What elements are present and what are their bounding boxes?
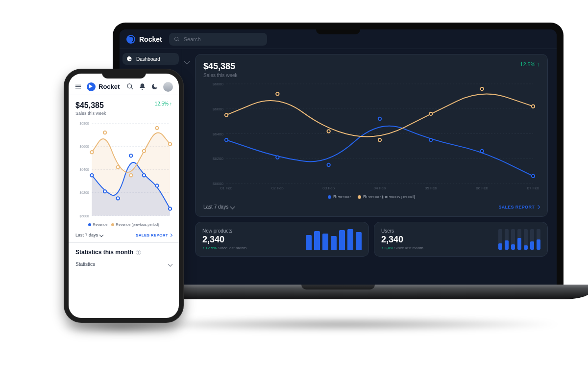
main-content: $45,385 Sales this week 12.5% ↑ $6000$62… — [191, 49, 557, 286]
legend-item-revenue: Revenue — [88, 222, 107, 227]
phone-frame: Rocket $45,385 Sales this week — [64, 69, 184, 323]
svg-text:07 Feb: 07 Feb — [527, 186, 539, 190]
chevron-right-icon — [536, 205, 540, 209]
svg-text:$6200: $6200 — [79, 191, 89, 194]
legend-item-revenue: Revenue — [328, 194, 351, 199]
sales-delta: 12.5% ↑ — [520, 61, 539, 67]
svg-text:04 Feb: 04 Feb — [374, 186, 386, 190]
statistics-dropdown[interactable]: Statistics — [75, 260, 172, 269]
svg-point-50 — [117, 166, 120, 169]
stat-value: 2,340 — [202, 235, 246, 245]
svg-point-12 — [327, 163, 330, 166]
svg-text:01 Feb: 01 Feb — [220, 186, 233, 190]
svg-point-45 — [143, 174, 146, 177]
svg-text:$6800: $6800 — [79, 122, 89, 125]
svg-text:$6600: $6600 — [79, 145, 89, 148]
arrow-up-icon: ↑ — [170, 101, 172, 106]
search-input[interactable]: Search — [169, 33, 267, 46]
arrow-up-icon: ↑ — [537, 61, 540, 67]
svg-text:$6400: $6400 — [79, 168, 89, 171]
stat-card-products: New products 2,340 ↑ 12.5% Since last mo… — [195, 222, 369, 257]
menu-icon[interactable] — [74, 83, 82, 90]
stat-title: Users — [381, 228, 423, 234]
legend-item-revenue-prev: Revenue (previous period) — [111, 222, 159, 227]
svg-text:$6000: $6000 — [79, 214, 89, 218]
svg-point-49 — [103, 131, 106, 134]
stats-row: New products 2,340 ↑ 12.5% Since last mo… — [195, 222, 548, 257]
bell-icon[interactable] — [139, 83, 146, 90]
svg-point-46 — [155, 184, 158, 187]
chevron-down-icon — [184, 58, 190, 64]
stat-title: New products — [202, 228, 246, 234]
dark-dashboard-app: Rocket Search Dashboard Starter Page — [120, 29, 557, 286]
svg-text:$6400: $6400 — [213, 132, 224, 136]
mobile-body: $45,385 Sales this week 12.5%↑ $6000$620… — [69, 95, 179, 269]
svg-point-54 — [169, 143, 172, 146]
svg-point-17 — [225, 113, 228, 116]
range-dropdown-mobile[interactable]: Last 7 days — [75, 233, 103, 237]
svg-point-16 — [532, 175, 535, 178]
svg-point-22 — [480, 87, 483, 90]
svg-point-19 — [327, 130, 330, 132]
app-name: Rocket — [98, 83, 120, 90]
app-logo[interactable]: Rocket — [126, 35, 162, 44]
chart-legend-mobile: Revenue Revenue (previous period) — [75, 222, 172, 227]
svg-point-18 — [276, 92, 279, 95]
svg-point-42 — [103, 190, 106, 193]
logo-mark-icon — [126, 35, 135, 44]
statistics-section-title: Statistics this month ? — [75, 249, 172, 256]
sales-delta-mobile: 12.5%↑ — [155, 101, 172, 106]
mobile-header: Rocket — [69, 79, 179, 95]
svg-point-53 — [155, 127, 158, 130]
svg-point-48 — [90, 151, 93, 154]
svg-point-23 — [532, 105, 535, 107]
chart-footer: Last 7 days SALES REPORT — [203, 204, 539, 210]
logo-mark-icon — [87, 82, 96, 91]
stat-delta: ↑ 3,4% Since last month — [381, 246, 423, 250]
sales-line-chart-mobile: $6000$6200$6400$6600$6800 — [75, 119, 172, 219]
avatar[interactable] — [163, 82, 173, 92]
sales-chart-card: $45,385 Sales this week 12.5% ↑ $6000$62… — [195, 54, 548, 217]
svg-point-21 — [429, 112, 432, 115]
sales-report-link[interactable]: SALES REPORT — [498, 205, 539, 210]
svg-point-41 — [90, 174, 93, 177]
users-bar-chart — [498, 229, 540, 250]
search-icon — [174, 36, 180, 42]
svg-text:03 Feb: 03 Feb — [322, 186, 335, 190]
chevron-right-icon — [169, 233, 172, 237]
svg-text:02 Feb: 02 Feb — [271, 186, 284, 190]
moon-icon[interactable] — [151, 83, 158, 90]
chart-legend: Revenue Revenue (previous period) — [203, 194, 539, 199]
svg-point-20 — [378, 138, 381, 141]
sales-report-link-mobile[interactable]: SALES REPORT — [136, 233, 172, 237]
sales-amount-mobile: $45,385 — [75, 101, 106, 110]
products-bar-chart — [306, 229, 362, 250]
laptop-shadow — [122, 317, 564, 332]
sales-subtitle-mobile: Sales this week — [75, 111, 106, 116]
sales-line-chart: $6000$6200$6400$6600$6800 01 Feb02 Feb03… — [203, 78, 539, 193]
stat-card-users: Users 2,340 ↑ 3,4% Since last month — [374, 222, 548, 257]
svg-point-11 — [276, 156, 279, 159]
sales-subtitle: Sales this week — [203, 73, 237, 78]
info-icon[interactable]: ? — [136, 250, 141, 255]
app-name: Rocket — [139, 35, 162, 43]
search-icon[interactable] — [126, 83, 134, 90]
search-placeholder: Search — [184, 36, 201, 42]
chart-header: $45,385 Sales this week 12.5% ↑ — [203, 61, 539, 78]
svg-point-13 — [378, 117, 381, 120]
svg-text:$6200: $6200 — [213, 157, 224, 161]
svg-point-44 — [129, 154, 132, 157]
app-logo-mobile[interactable]: Rocket — [87, 82, 120, 91]
svg-point-10 — [225, 138, 228, 141]
range-dropdown[interactable]: Last 7 days — [203, 204, 234, 210]
phone-notch — [102, 72, 146, 79]
svg-text:05 Feb: 05 Feb — [425, 186, 437, 190]
laptop-notch — [316, 29, 360, 34]
legend-item-revenue-prev: Revenue (previous period) — [358, 194, 415, 199]
phone-mockup: Rocket $45,385 Sales this week — [64, 69, 184, 323]
svg-text:06 Feb: 06 Feb — [476, 186, 488, 190]
svg-point-15 — [480, 150, 483, 153]
svg-point-52 — [143, 150, 146, 153]
sidebar-item-dashboard[interactable]: Dashboard — [122, 53, 179, 65]
stat-value: 2,340 — [381, 235, 423, 245]
